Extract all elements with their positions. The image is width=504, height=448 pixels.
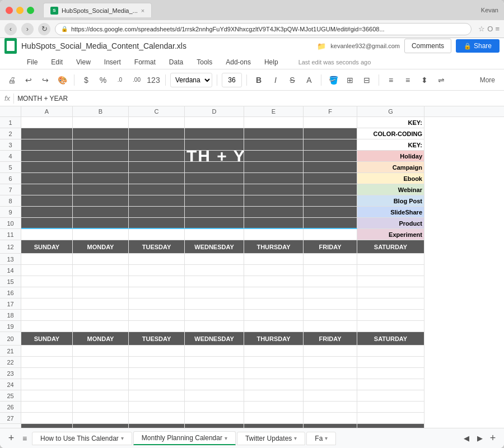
row-16[interactable]: 16 [0,287,21,298]
cell-b22[interactable] [73,357,129,368]
row-15[interactable]: 15 [0,276,21,287]
cell-a15[interactable] [21,276,73,287]
cell-a26[interactable] [21,402,73,413]
cell-a22[interactable] [21,357,73,368]
menu-help[interactable]: Help [262,57,281,67]
cell-f11[interactable] [304,229,357,240]
cell-b5[interactable] [73,162,129,173]
cell-g3[interactable]: KEY: [357,139,424,151]
cell-e10[interactable] [244,218,304,229]
row-25[interactable]: 25 [0,390,21,402]
cell-d8[interactable] [185,195,244,207]
cell-g5[interactable]: Campaign [357,162,424,173]
col-header-f[interactable]: F [304,106,357,116]
cell-d13[interactable] [185,254,244,265]
cell-d6[interactable] [185,173,244,184]
row-19[interactable]: 19 [0,321,21,332]
maximize-button[interactable] [27,7,34,14]
row-8[interactable]: 8 [0,195,21,207]
cell-b23[interactable] [73,368,129,379]
col-header-g[interactable]: G [357,106,424,116]
percent-button[interactable]: % [96,73,110,87]
cell-a12[interactable]: SUNDAY [21,240,73,254]
cell-a1[interactable] [21,117,73,128]
cell-f19[interactable] [304,321,357,332]
cell-g10[interactable]: Product [357,218,424,229]
cell-e13[interactable] [244,254,304,265]
cell-d15[interactable] [185,276,244,287]
cell-d19[interactable] [185,321,244,332]
row-23[interactable]: 23 [0,368,21,379]
cell-a10[interactable] [21,218,73,229]
cell-a13[interactable] [21,254,73,265]
cell-g26[interactable] [357,402,424,413]
cell-f28[interactable]: FRIDAY [304,424,357,428]
cell-a3[interactable] [21,139,73,151]
cell-g15[interactable] [357,276,424,287]
cell-f26[interactable] [304,402,357,413]
cell-c16[interactable] [129,287,185,298]
cell-d27[interactable] [185,413,244,424]
menu-data[interactable]: Data [167,57,185,67]
cell-g24[interactable] [357,379,424,390]
col-header-e[interactable]: E [244,106,304,116]
cell-g2[interactable]: COLOR-CODING [357,128,424,139]
sheet-tab-monthly-planning[interactable]: Monthly Planning Calendar ▾ [133,431,236,445]
cell-f18[interactable] [304,310,357,321]
cell-e8[interactable] [244,195,304,207]
cell-g22[interactable] [357,357,424,368]
col-header-d[interactable]: D [185,106,244,116]
row-26[interactable]: 26 [0,402,21,413]
share-button[interactable]: 🔒 Share [456,39,500,53]
cell-f27[interactable] [304,413,357,424]
cell-c7[interactable] [129,184,185,195]
cell-b28[interactable]: MONDAY [73,424,129,428]
cell-g1[interactable]: KEY: [357,117,424,128]
reload-button[interactable]: ↻ [38,23,50,35]
row-28[interactable]: 28 [0,424,21,428]
cell-c19[interactable] [129,321,185,332]
paint-format-button[interactable]: 🎨 [55,73,69,87]
cell-c26[interactable] [129,402,185,413]
cell-g12[interactable]: SATURDAY [357,240,424,254]
cell-g28[interactable]: SATURDAY [357,424,424,428]
sheet-tab-how-to-use[interactable]: How to Use This Calendar ▾ [32,432,132,445]
wrap-text-button[interactable]: ⇌ [434,73,449,87]
row-1[interactable]: 1 [0,117,21,128]
cell-g8[interactable]: Blog Post [357,195,424,207]
cell-b12[interactable]: MONDAY [73,240,129,254]
tab-prev-button[interactable]: ◀ [460,432,473,445]
font-color-button[interactable]: A [302,73,316,87]
tab-close-icon[interactable]: × [141,7,144,14]
add-sheet-right-button[interactable]: + [486,432,500,445]
cell-g27[interactable] [357,413,424,424]
menu-file[interactable]: File [25,57,40,67]
cell-d4[interactable]: MONTH + YEAR [185,151,244,162]
cell-a20[interactable]: SUNDAY [21,332,73,346]
cell-a4[interactable] [21,151,73,162]
cell-g11[interactable]: Experiment [357,229,424,240]
tab-next-button[interactable]: ▶ [474,432,486,445]
opera-icon[interactable]: O [487,25,493,33]
cell-g4[interactable]: Holiday [357,151,424,162]
cell-d23[interactable] [185,368,244,379]
cell-c10[interactable] [129,218,185,229]
cell-a5[interactable] [21,162,73,173]
cell-g20[interactable]: SATURDAY [357,332,424,346]
more-button[interactable]: More [475,76,500,84]
cell-d22[interactable] [185,357,244,368]
cell-d1[interactable] [185,117,244,128]
cell-c17[interactable] [129,298,185,310]
cell-b20[interactable]: MONDAY [73,332,129,346]
back-button[interactable]: ‹ [4,23,17,35]
cell-f10[interactable] [304,218,357,229]
cell-g9[interactable]: SlideShare [357,207,424,218]
cell-f21[interactable] [304,346,357,357]
forward-button[interactable]: › [21,23,34,35]
cell-f3[interactable] [304,139,357,151]
cell-e25[interactable] [244,390,304,402]
cell-c21[interactable] [129,346,185,357]
cell-e12[interactable]: THURSDAY [244,240,304,254]
sheet-tab-twitter[interactable]: Twitter Updates ▾ [237,432,305,445]
cell-e3[interactable] [244,139,304,151]
